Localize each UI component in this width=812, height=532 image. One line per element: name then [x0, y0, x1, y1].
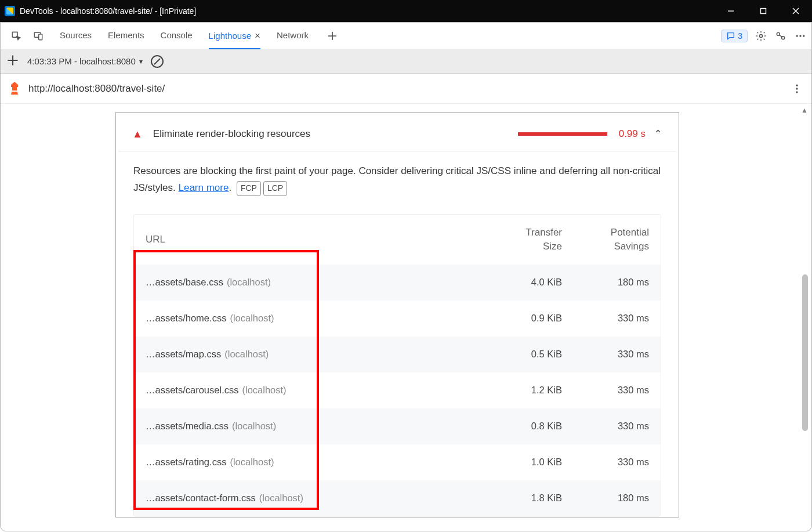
resource-url: …assets/map.css(localhost) — [146, 349, 487, 360]
potential-savings: 330 ms — [562, 421, 649, 432]
table-header: URL TransferSize PotentialSavings — [134, 215, 661, 265]
col-url: URL — [146, 234, 487, 245]
scroll-up-arrow-icon[interactable]: ▲ — [801, 106, 808, 113]
svg-point-21 — [796, 88, 798, 89]
tab-lighthouse[interactable]: Lighthouse× — [209, 23, 260, 49]
potential-savings: 330 ms — [562, 457, 649, 468]
table-row[interactable]: …assets/media.css(localhost)0.8 KiB330 m… — [134, 408, 661, 444]
chevron-up-icon: ⌃ — [654, 128, 662, 140]
lighthouse-logo-icon — [9, 82, 20, 96]
audit-card: ▲ Eliminate render-blocking resources 0.… — [115, 112, 679, 517]
metric-badge-lcp: LCP — [263, 181, 287, 196]
vertical-scrollbar[interactable]: ▲ — [799, 104, 810, 531]
table-row[interactable]: …assets/contact-form.css(localhost)1.8 K… — [134, 480, 661, 516]
potential-savings: 330 ms — [562, 349, 649, 360]
potential-savings: 180 ms — [562, 277, 649, 288]
scrollbar-thumb[interactable] — [802, 274, 808, 431]
activity-icon[interactable] — [774, 30, 787, 42]
table-row[interactable]: …assets/base.css(localhost)4.0 KiB180 ms — [134, 265, 661, 301]
table-row[interactable]: …assets/rating.css(localhost)1.0 KiB330 … — [134, 444, 661, 480]
feedback-count: 3 — [738, 31, 742, 41]
svg-point-20 — [796, 84, 798, 86]
more-tabs-button[interactable] — [326, 30, 339, 42]
minimize-button[interactable] — [715, 0, 747, 22]
transfer-size: 1.2 KiB — [487, 385, 562, 396]
transfer-size: 1.0 KiB — [487, 457, 562, 468]
resource-url: …assets/home.css(localhost) — [146, 313, 487, 324]
col-transfer-size: TransferSize — [487, 226, 562, 254]
svg-rect-6 — [39, 34, 42, 40]
new-report-button[interactable] — [6, 54, 19, 68]
potential-savings: 180 ms — [562, 493, 649, 504]
table-row[interactable]: …assets/carousel.css(localhost)1.2 KiB33… — [134, 372, 661, 408]
audit-score-bar — [518, 132, 607, 136]
potential-savings: 330 ms — [562, 313, 649, 324]
transfer-size: 0.5 KiB — [487, 349, 562, 360]
report-selector[interactable]: 4:03:33 PM - localhost:8080 ▾ — [27, 56, 143, 66]
window-title: DevTools - localhost:8080/travel-site/ -… — [20, 6, 196, 16]
transfer-size: 1.8 KiB — [487, 493, 562, 504]
resource-url: …assets/carousel.css(localhost) — [146, 385, 487, 396]
maximize-button[interactable] — [747, 0, 780, 22]
overflow-menu-icon[interactable] — [794, 30, 807, 42]
table-row[interactable]: …assets/home.css(localhost)0.9 KiB330 ms — [134, 301, 661, 336]
tab-sources[interactable]: Sources — [60, 23, 92, 49]
potential-savings: 330 ms — [562, 385, 649, 396]
inspect-element-icon[interactable] — [8, 27, 25, 45]
svg-rect-19 — [11, 91, 18, 92]
audit-title: Eliminate render-blocking resources — [153, 128, 310, 140]
dropdown-triangle-icon: ▾ — [139, 57, 143, 66]
svg-point-22 — [796, 91, 798, 93]
resource-url: …assets/base.css(localhost) — [146, 277, 487, 288]
svg-line-17 — [154, 59, 160, 64]
audit-description: Resources are blocking the first paint o… — [116, 151, 679, 208]
transfer-size: 0.9 KiB — [487, 313, 562, 324]
tab-console[interactable]: Console — [161, 23, 193, 49]
clear-report-icon[interactable] — [151, 55, 164, 68]
tab-close-icon[interactable]: × — [255, 30, 260, 41]
transfer-size: 4.0 KiB — [487, 277, 562, 288]
audited-url: http://localhost:8080/travel-site/ — [28, 83, 165, 95]
warning-triangle-icon: ▲ — [132, 128, 143, 140]
tab-elements[interactable]: Elements — [108, 23, 144, 49]
resource-url: …assets/contact-form.css(localhost) — [146, 493, 487, 504]
audit-header[interactable]: ▲ Eliminate render-blocking resources 0.… — [116, 113, 679, 151]
svg-rect-1 — [761, 9, 766, 14]
audit-table: URL TransferSize PotentialSavings …asset… — [133, 214, 661, 517]
devtools-app-icon — [5, 6, 15, 16]
svg-point-9 — [760, 34, 763, 37]
settings-icon[interactable] — [755, 30, 767, 42]
window-titlebar: DevTools - localhost:8080/travel-site/ -… — [0, 0, 812, 22]
main-toolbar: SourcesElementsConsoleLighthouse×Network… — [1, 23, 811, 49]
col-potential-savings: PotentialSavings — [562, 226, 649, 254]
svg-point-12 — [796, 35, 798, 37]
svg-point-13 — [799, 35, 801, 37]
lighthouse-session-bar: 4:03:33 PM - localhost:8080 ▾ — [1, 49, 811, 74]
feedback-button[interactable]: 3 — [721, 30, 748, 42]
svg-point-14 — [803, 35, 804, 37]
transfer-size: 0.8 KiB — [487, 421, 562, 432]
report-url-bar: http://localhost:8080/travel-site/ — [1, 74, 811, 104]
report-viewport: ▲ Eliminate render-blocking resources 0.… — [1, 104, 811, 531]
metric-badge-fcp: FCP — [237, 181, 261, 196]
learn-more-link[interactable]: Learn more — [178, 182, 229, 193]
close-button[interactable] — [780, 0, 812, 22]
panel-tabs: SourcesElementsConsoleLighthouse×Network — [60, 23, 309, 49]
resource-url: …assets/rating.css(localhost) — [146, 457, 487, 468]
window-controls — [715, 0, 812, 22]
audit-savings-time: 0.99 s — [619, 128, 646, 140]
device-toggle-icon[interactable] — [30, 27, 47, 45]
resource-url: …assets/media.css(localhost) — [146, 421, 487, 432]
svg-rect-18 — [12, 87, 17, 89]
table-row[interactable]: …assets/map.css(localhost)0.5 KiB330 ms — [134, 336, 661, 372]
tab-network[interactable]: Network — [277, 23, 309, 49]
report-menu-icon[interactable] — [791, 82, 803, 95]
